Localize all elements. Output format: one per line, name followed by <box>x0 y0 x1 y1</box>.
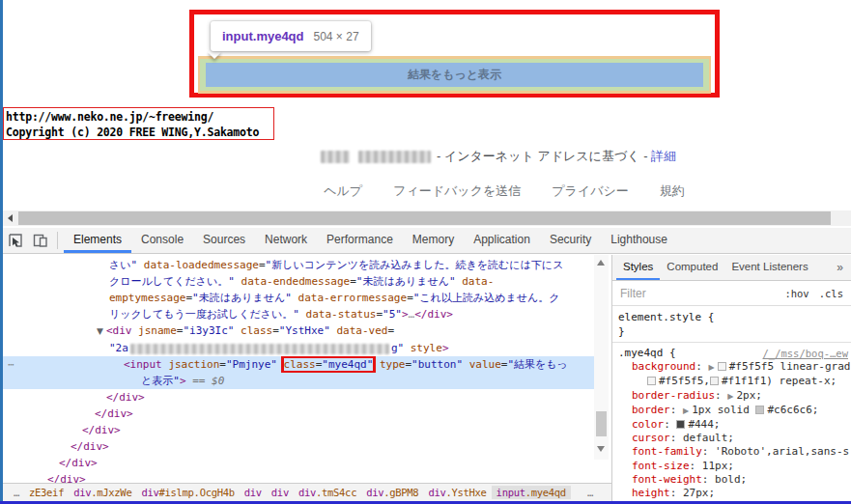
css-declaration[interactable]: border-radius: ▶2px; <box>618 389 851 404</box>
dom-tree-line[interactable]: クロールしてください。" data-endedmessage="未読はありません… <box>3 273 594 290</box>
more-actions-icon[interactable]: ⋯ <box>8 356 15 373</box>
code-token: = <box>387 324 394 337</box>
dom-tree-line[interactable]: ▼<div jsname="i3y3Ic" class="YstHxe" dat… <box>3 322 594 340</box>
css-declaration[interactable]: cursor: default; <box>618 432 851 445</box>
url-line: http://www.neko.ne.jp/~freewing/ <box>6 109 273 125</box>
tab-elements[interactable]: Elements <box>64 228 131 253</box>
footer-link[interactable]: フィードバックを送信 <box>393 182 521 200</box>
css-declaration[interactable]: border: ▶1px solid #c6c6c6; <box>618 404 851 418</box>
breadcrumb-item[interactable]: div <box>267 486 294 499</box>
code-token: .YstHxe <box>445 487 486 498</box>
scroll-left-arrow-icon[interactable] <box>8 214 13 222</box>
tooltip-element-name: input.mye4qd <box>222 29 304 43</box>
code-token: color <box>632 418 664 431</box>
more-tabs-icon[interactable]: » <box>837 261 851 274</box>
dom-tree-line[interactable]: </div> <box>3 389 594 406</box>
breadcrumb-item[interactable]: … <box>582 486 598 499</box>
dom-tree-line[interactable]: と表示"> == $0 <box>3 373 594 389</box>
dom-tree-line[interactable]: </div> <box>3 406 594 422</box>
code-token: #islmp.OcgH4b <box>158 487 234 498</box>
css-rule-header: .mye4qd { /_/mss/boq-…ew <box>618 347 851 360</box>
device-toolbar-icon <box>33 233 48 248</box>
pseudo-state-toggle[interactable]: :hov <box>784 288 808 299</box>
styles-sidebar: StylesComputedEvent Listeners» :hov .cls… <box>612 255 851 501</box>
css-declaration[interactable]: #f5f5f5,#f1f1f1) repeat-x; <box>618 375 851 388</box>
tab-console[interactable]: Console <box>131 228 193 253</box>
color-swatch[interactable] <box>718 362 726 371</box>
breadcrumb-item[interactable]: div.tmS4cc <box>294 486 361 499</box>
sidebar-tab-styles[interactable]: Styles <box>616 256 660 280</box>
code-token: "新しいコンテンツを読み込みました。続きを読むには下にス <box>266 259 564 271</box>
left-border-line <box>0 0 3 504</box>
tab-lighthouse[interactable]: Lighthouse <box>601 228 677 253</box>
code-token: </div> <box>106 391 145 404</box>
breadcrumb-item[interactable]: div <box>240 486 267 499</box>
sidebar-tab-computed[interactable]: Computed <box>660 256 724 280</box>
dom-tree-line[interactable]: さい" data-loadedmessage="新しいコンテンツを読み込みました… <box>3 257 594 273</box>
breadcrumb-item[interactable]: div.mJxzWe <box>69 486 136 499</box>
vertical-scrollbar-thumb[interactable] <box>596 411 607 436</box>
inspect-element-button[interactable] <box>3 229 28 252</box>
css-selector[interactable]: .mye4qd { <box>618 347 676 360</box>
dom-tree-line[interactable]: </div> <box>3 455 594 471</box>
styles-filter-input[interactable] <box>612 286 748 301</box>
tab-sources[interactable]: Sources <box>193 228 255 253</box>
redacted-text <box>130 344 389 354</box>
tab-memory[interactable]: Memory <box>403 228 464 253</box>
code-token: border <box>632 404 670 416</box>
toggle-device-toolbar-button[interactable] <box>28 229 53 252</box>
tab-security[interactable]: Security <box>540 228 601 253</box>
breadcrumb-item[interactable]: div#islmp.OcgH4b <box>136 486 239 499</box>
code-token <box>277 358 284 371</box>
css-declaration[interactable]: background: ▶#f5f5f5 linear-grad <box>618 360 851 375</box>
tab-network[interactable]: Network <box>255 228 317 253</box>
sidebar-tab-event-listeners[interactable]: Event Listeners <box>724 256 814 280</box>
breadcrumb-item[interactable]: div.gBPM8 <box>361 486 423 499</box>
expand-arrow-icon[interactable]: ▶ <box>683 406 689 415</box>
horizontal-scrollbar[interactable] <box>3 210 851 226</box>
stylesheet-source-link[interactable]: /_/mss/boq-…ew <box>762 347 851 360</box>
element-style-block[interactable]: element.style { } <box>612 306 851 343</box>
footer-link[interactable]: 規約 <box>660 182 685 200</box>
code-token: div <box>73 487 91 498</box>
breadcrumb-item[interactable]: zE3eif <box>24 486 69 499</box>
code-token <box>373 358 380 371</box>
expand-arrow-icon[interactable]: ▼ <box>97 326 103 336</box>
class-toggle[interactable]: .cls <box>819 288 843 299</box>
footer-link[interactable]: ヘルプ <box>324 182 362 200</box>
breadcrumb-item[interactable]: input.mye4qd <box>492 486 571 499</box>
code-token: "button" <box>411 358 463 371</box>
expand-arrow-icon[interactable]: ▶ <box>708 363 714 372</box>
code-token: #f5f5f5, <box>659 375 710 387</box>
dom-tree-line[interactable]: "2ag" style> <box>3 340 594 356</box>
css-declaration[interactable]: color: #444; <box>618 418 851 432</box>
tab-application[interactable]: Application <box>464 228 540 253</box>
dom-tree-line[interactable]: </div> <box>3 422 594 438</box>
breadcrumb-item[interactable]: div.YstHxe <box>423 486 491 499</box>
breadcrumb-item[interactable]: … <box>9 486 24 499</box>
show-more-results-button[interactable]: 結果をもっと表示 <box>206 63 703 87</box>
dom-tree-line[interactable]: リックしてもう一度お試しください。" data-status="5">…</di… <box>3 306 594 322</box>
css-declaration[interactable]: height: 27px; <box>618 487 851 500</box>
scroll-down-arrow-icon[interactable] <box>597 446 605 452</box>
dom-tree-line[interactable]: </div> <box>3 438 594 455</box>
footer-link[interactable]: プライバシー <box>552 182 629 200</box>
scroll-up-arrow-icon[interactable] <box>597 260 605 266</box>
dom-tree-line[interactable]: ⋯<input jsaction="Pmjnye" class="mye4qd"… <box>3 356 594 373</box>
css-declaration[interactable]: font-size: 11px; <box>618 460 851 473</box>
color-swatch[interactable] <box>647 377 656 385</box>
tab-performance[interactable]: Performance <box>317 228 403 253</box>
dom-tree-line[interactable]: </div> <box>3 471 594 483</box>
horizontal-scrollbar-thumb[interactable] <box>18 211 831 225</box>
color-swatch[interactable] <box>755 406 764 414</box>
expand-arrow-icon[interactable]: ▶ <box>727 392 733 401</box>
code-token: input <box>496 487 525 498</box>
color-swatch[interactable] <box>676 420 685 429</box>
css-declaration[interactable]: font-family: 'Roboto',arial,sans-s <box>618 445 851 459</box>
elements-panel: さい" data-loadedmessage="新しいコンテンツを読み込みました… <box>3 255 594 483</box>
css-declaration[interactable]: font-weight: bold; <box>618 473 851 487</box>
elements-vertical-scrollbar[interactable] <box>594 255 609 460</box>
detail-link[interactable]: 詳細 <box>651 148 676 165</box>
dom-tree-line[interactable]: emptymessage="未読はありません" data-errormessag… <box>3 290 594 306</box>
color-swatch[interactable] <box>710 377 719 385</box>
